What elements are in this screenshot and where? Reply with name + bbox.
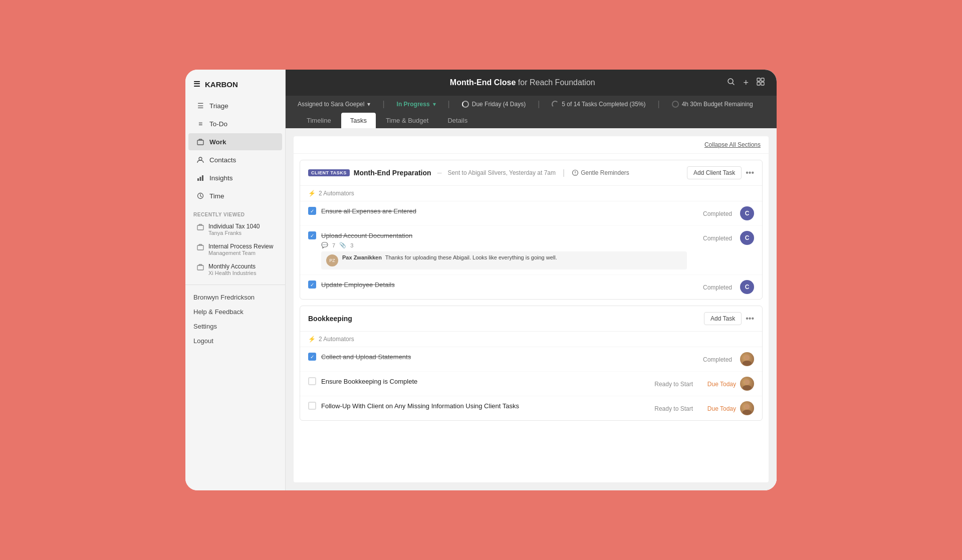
table-row: ✓ Collect and Upload Statements Complete… bbox=[300, 347, 762, 372]
svg-rect-4 bbox=[202, 175, 203, 181]
svg-rect-12 bbox=[757, 82, 760, 85]
status-bar: Assigned to Sara Goepel ▾ | In Progress … bbox=[286, 96, 777, 113]
bar-separator: | bbox=[563, 168, 565, 177]
tab-time-budget[interactable]: Time & Budget bbox=[377, 113, 438, 128]
attachment-count: 3 bbox=[350, 242, 353, 248]
assignee-label[interactable]: Assigned to Sara Goepel bbox=[298, 101, 364, 108]
task-checkbox-1[interactable]: ✓ bbox=[308, 231, 316, 239]
page-title: Month-End Close for Reach Foundation bbox=[450, 78, 595, 87]
sidebar-item-label: Triage bbox=[209, 102, 228, 110]
bk-task-checkbox-1[interactable] bbox=[308, 377, 316, 385]
task-name-2[interactable]: Update Employee Details bbox=[321, 281, 395, 289]
section2-actions: Add Task ••• bbox=[704, 312, 754, 325]
section1-title: Month-End Preparation bbox=[354, 169, 431, 177]
task-checkbox-0[interactable]: ✓ bbox=[308, 207, 316, 215]
recent-item-1[interactable]: Internal Process Review Management Team bbox=[188, 240, 282, 259]
sidebar-item-insights[interactable]: Insights bbox=[188, 169, 282, 186]
section2-title: Bookkeeping bbox=[308, 315, 352, 323]
sidebar-logout[interactable]: Logout bbox=[185, 334, 285, 348]
bk-task-name-2[interactable]: Follow-Up With Client on Any Missing Inf… bbox=[321, 402, 519, 410]
tabs-bar: Timeline Tasks Time & Budget Details bbox=[286, 113, 777, 128]
bk-task-due-1: Due Today bbox=[701, 380, 736, 388]
svg-rect-7 bbox=[197, 245, 203, 250]
sidebar-help-feedback[interactable]: Help & Feedback bbox=[185, 305, 285, 319]
sidebar-user-name[interactable]: Bronwyn Fredrickson bbox=[185, 290, 285, 305]
hamburger-icon[interactable]: ☰ bbox=[193, 80, 200, 89]
assignee-status: Assigned to Sara Goepel ▾ bbox=[298, 101, 370, 108]
bk-task-assignee-1 bbox=[740, 377, 754, 391]
bk-task-name-0[interactable]: Collect and Upload Statements bbox=[321, 353, 411, 361]
task-content-0: Ensure all Expenses are Entered bbox=[321, 206, 687, 215]
budget-status: 4h 30m Budget Remaining bbox=[672, 101, 753, 108]
svg-rect-3 bbox=[200, 177, 201, 181]
task-checkbox-2[interactable]: ✓ bbox=[308, 281, 316, 289]
tab-tasks[interactable]: Tasks bbox=[341, 113, 376, 128]
svg-rect-11 bbox=[761, 78, 764, 81]
bk-task-name-1[interactable]: Ensure Bookkeeping is Complete bbox=[321, 378, 417, 385]
gentle-reminders-label: Gentle Reminders bbox=[581, 169, 629, 176]
bk-task-content-2: Follow-Up With Client on Any Missing Inf… bbox=[321, 401, 648, 410]
svg-point-16 bbox=[745, 355, 750, 360]
sidebar-item-triage[interactable]: ☰ Triage bbox=[188, 97, 282, 114]
work-recent-icon-1 bbox=[196, 243, 204, 251]
task-name-1[interactable]: Upload Account Documentation bbox=[321, 232, 412, 239]
task-status-2: Completed bbox=[692, 284, 732, 291]
bk-task-right-1: Ready to Start Due Today bbox=[653, 377, 754, 391]
collapse-bar: Collapse All Sections bbox=[294, 136, 769, 154]
bk-task-status-1: Ready to Start bbox=[653, 380, 693, 388]
bk-task-checkbox-2[interactable] bbox=[308, 402, 316, 410]
add-task-button[interactable]: Add Task bbox=[704, 312, 742, 325]
comment-count: 7 bbox=[332, 242, 335, 248]
status-sep-1: | bbox=[382, 100, 384, 109]
top-bar-actions: + bbox=[727, 78, 765, 88]
section2-more-icon[interactable]: ••• bbox=[746, 314, 754, 323]
sidebar-settings[interactable]: Settings bbox=[185, 319, 285, 334]
client-name: Reach Foundation bbox=[530, 78, 595, 87]
triage-icon: ☰ bbox=[196, 102, 204, 110]
attachment-icon: 📎 bbox=[339, 242, 346, 248]
section1-title-area: CLIENT TASKS Month-End Preparation – Sen… bbox=[308, 168, 629, 177]
task-meta-1: 💬 7 📎 3 bbox=[321, 242, 687, 248]
section1-header: CLIENT TASKS Month-End Preparation – Sen… bbox=[300, 160, 762, 186]
collapse-all-button[interactable]: Collapse All Sections bbox=[704, 141, 761, 148]
insights-icon bbox=[196, 174, 204, 182]
svg-point-18 bbox=[745, 380, 750, 385]
tab-details[interactable]: Details bbox=[438, 113, 476, 128]
top-bar: Month-End Close for Reach Foundation + bbox=[286, 70, 777, 96]
sidebar-item-time[interactable]: Time bbox=[188, 187, 282, 204]
work-recent-icon-2 bbox=[196, 263, 204, 271]
sidebar-item-label: Time bbox=[209, 192, 224, 200]
section1-more-icon[interactable]: ••• bbox=[746, 168, 754, 177]
add-client-task-button[interactable]: Add Client Task bbox=[687, 166, 742, 179]
table-row: ✓ Upload Account Documentation 💬 7 📎 3 bbox=[300, 226, 762, 275]
sidebar-item-work[interactable]: Work bbox=[188, 133, 282, 150]
svg-point-21 bbox=[743, 410, 752, 415]
section2-automators: ⚡ 2 Automators bbox=[300, 332, 762, 347]
table-row: Ensure Bookkeeping is Complete Ready to … bbox=[300, 372, 762, 396]
task-assignee-0: C bbox=[740, 206, 754, 220]
recent-item-0[interactable]: Individual Tax 1040 Tanya Franks bbox=[188, 220, 282, 239]
tab-timeline[interactable]: Timeline bbox=[298, 113, 340, 128]
gentle-reminders-btn[interactable]: Gentle Reminders bbox=[572, 169, 629, 176]
add-icon[interactable]: + bbox=[743, 78, 749, 88]
comment-body: Thanks for uploading these Abigail. Look… bbox=[385, 254, 557, 260]
in-progress-label[interactable]: In Progress bbox=[397, 101, 430, 108]
grid-icon[interactable] bbox=[757, 78, 765, 88]
bk-task-checkbox-0[interactable]: ✓ bbox=[308, 353, 316, 361]
budget-label: 4h 30m Budget Remaining bbox=[682, 101, 753, 108]
bk-task-status-2: Ready to Start bbox=[653, 405, 693, 412]
search-icon[interactable] bbox=[727, 78, 735, 88]
sidebar-item-todo[interactable]: ≡ To-Do bbox=[188, 115, 282, 132]
comment-author: Pax Zwanikken bbox=[342, 254, 382, 260]
app-logo: ☰ KARBON bbox=[185, 70, 285, 97]
sidebar-item-contacts[interactable]: Contacts bbox=[188, 151, 282, 168]
recent-item-sub: Xi Health Industries bbox=[208, 270, 256, 276]
section1-automators: ⚡ 2 Automators bbox=[300, 186, 762, 201]
task-name-0[interactable]: Ensure all Expenses are Entered bbox=[321, 207, 416, 215]
table-row: ✓ Ensure all Expenses are Entered Comple… bbox=[300, 201, 762, 226]
recent-item-title: Internal Process Review bbox=[208, 243, 273, 250]
recent-item-2[interactable]: Monthly Accounts Xi Health Industries bbox=[188, 260, 282, 279]
sidebar-item-label: Insights bbox=[209, 174, 233, 182]
recent-item-title: Individual Tax 1040 bbox=[208, 223, 260, 230]
content-area: Collapse All Sections CLIENT TASKS Month… bbox=[286, 128, 777, 490]
